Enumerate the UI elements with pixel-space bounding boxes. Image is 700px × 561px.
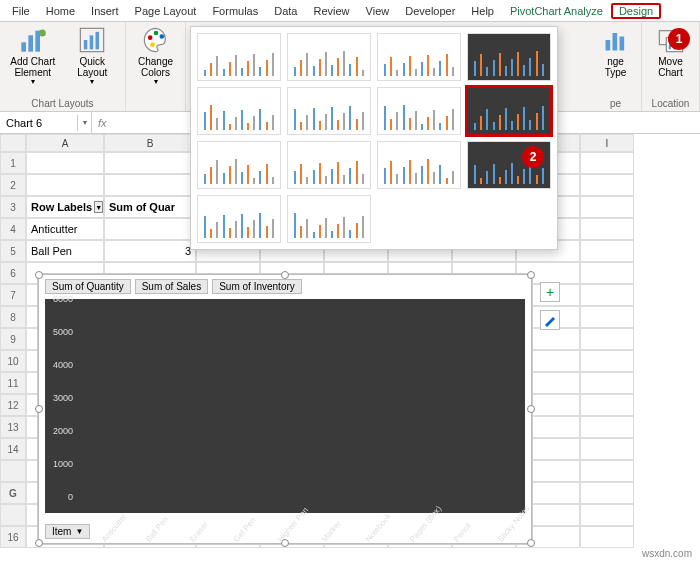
plot-area[interactable]: 0100020003000400050006000 AnticutterBall… xyxy=(45,299,525,513)
cell-row-labels[interactable]: Row Labels ▼ xyxy=(26,196,104,218)
fx-icon[interactable]: fx xyxy=(92,117,113,129)
chart-style-thumb-7[interactable] xyxy=(377,87,461,135)
tab-pivotchart-analyze[interactable]: PivotChart Analyze xyxy=(502,3,611,19)
chart-style-thumb-4[interactable] xyxy=(467,33,551,81)
tab-home[interactable]: Home xyxy=(38,3,83,19)
cell[interactable] xyxy=(580,262,634,284)
chart-elements-button[interactable]: + xyxy=(540,282,560,302)
row-header[interactable]: 2 xyxy=(0,174,26,196)
row-header[interactable]: 12 xyxy=(0,394,26,416)
cell[interactable] xyxy=(580,394,634,416)
chart-style-thumb-1[interactable] xyxy=(197,33,281,81)
chart-style-thumb-8[interactable] xyxy=(467,87,551,135)
filter-dropdown-icon[interactable]: ▼ xyxy=(94,201,103,213)
cell[interactable] xyxy=(580,504,634,526)
col-header-I[interactable]: I xyxy=(580,134,634,152)
cell[interactable] xyxy=(580,152,634,174)
axis-field-button[interactable]: Item ▼ xyxy=(45,524,90,539)
tab-data[interactable]: Data xyxy=(266,3,305,19)
cell[interactable] xyxy=(580,174,634,196)
chart-style-thumb-13[interactable] xyxy=(197,195,281,243)
pivot-chart[interactable]: Sum of Quantity Sum of Sales Sum of Inve… xyxy=(38,274,532,544)
cell[interactable] xyxy=(26,152,104,174)
chart-bars xyxy=(81,303,521,497)
chart-styles-button[interactable] xyxy=(540,310,560,330)
cell[interactable] xyxy=(580,416,634,438)
row-header[interactable]: 8 xyxy=(0,306,26,328)
cell[interactable] xyxy=(580,526,634,548)
cell[interactable] xyxy=(580,306,634,328)
cell[interactable]: 3 xyxy=(104,240,196,262)
x-tick: Notebook xyxy=(364,512,393,544)
row-header[interactable]: 3 xyxy=(0,196,26,218)
chart-style-thumb-5[interactable] xyxy=(197,87,281,135)
y-axis: 0100020003000400050006000 xyxy=(45,299,77,497)
tab-page-layout[interactable]: Page Layout xyxy=(127,3,205,19)
cell[interactable] xyxy=(580,284,634,306)
name-box-dropdown[interactable]: ▾ xyxy=(78,112,92,133)
name-box[interactable]: Chart 6 xyxy=(0,115,78,131)
row-header[interactable]: G xyxy=(0,482,26,504)
chart-style-thumb-14[interactable] xyxy=(287,195,371,243)
field-button-inventory[interactable]: Sum of Inventory xyxy=(212,279,302,294)
row-header[interactable]: 7 xyxy=(0,284,26,306)
cell[interactable] xyxy=(104,218,196,240)
field-button-sales[interactable]: Sum of Sales xyxy=(135,279,208,294)
brush-icon xyxy=(543,313,557,327)
row-header[interactable]: 9 xyxy=(0,328,26,350)
svg-rect-5 xyxy=(84,40,88,49)
row-header[interactable]: 14 xyxy=(0,438,26,460)
callout-2: 2 xyxy=(522,146,544,168)
row-header[interactable] xyxy=(0,504,26,526)
tab-formulas[interactable]: Formulas xyxy=(204,3,266,19)
cell[interactable] xyxy=(580,438,634,460)
chart-style-thumb-3[interactable] xyxy=(377,33,461,81)
row-header[interactable]: 16 xyxy=(0,526,26,548)
y-tick: 4000 xyxy=(53,360,73,370)
row-header[interactable]: 6 xyxy=(0,262,26,284)
cell[interactable] xyxy=(580,328,634,350)
row-header[interactable]: 4 xyxy=(0,218,26,240)
row-header[interactable] xyxy=(0,460,26,482)
field-button-quantity[interactable]: Sum of Quantity xyxy=(45,279,131,294)
cell[interactable]: Ball Pen xyxy=(26,240,104,262)
quick-layout-button[interactable]: Quick Layout ▾ xyxy=(66,24,120,94)
tab-insert[interactable]: Insert xyxy=(83,3,127,19)
cell[interactable] xyxy=(104,174,196,196)
col-header-A[interactable]: A xyxy=(26,134,104,152)
row-header[interactable]: 11 xyxy=(0,372,26,394)
tab-help[interactable]: Help xyxy=(463,3,502,19)
cell[interactable] xyxy=(580,460,634,482)
chart-style-thumb-2[interactable] xyxy=(287,33,371,81)
cell[interactable]: Anticutter xyxy=(26,218,104,240)
cell[interactable] xyxy=(580,482,634,504)
axis-field-label: Item xyxy=(52,526,71,537)
cell[interactable] xyxy=(104,152,196,174)
row-header[interactable]: 10 xyxy=(0,350,26,372)
col-header-B[interactable]: B xyxy=(104,134,196,152)
chart-style-thumb-9[interactable] xyxy=(197,141,281,189)
cell[interactable] xyxy=(26,174,104,196)
cell[interactable] xyxy=(580,350,634,372)
change-colors-button[interactable]: Change Colors ▾ xyxy=(132,24,179,94)
row-header[interactable]: 5 xyxy=(0,240,26,262)
chart-style-thumb-11[interactable] xyxy=(377,141,461,189)
tab-review[interactable]: Review xyxy=(305,3,357,19)
tab-developer[interactable]: Developer xyxy=(397,3,463,19)
chart-style-thumb-6[interactable] xyxy=(287,87,371,135)
cell-sum-quantity[interactable]: Sum of Quar xyxy=(104,196,196,218)
cell[interactable] xyxy=(580,372,634,394)
row-header[interactable]: 13 xyxy=(0,416,26,438)
svg-rect-12 xyxy=(605,40,610,51)
add-chart-element-button[interactable]: Add Chart Element ▾ xyxy=(6,24,60,94)
tab-view[interactable]: View xyxy=(358,3,398,19)
chart-style-thumb-10[interactable] xyxy=(287,141,371,189)
tab-design[interactable]: Design xyxy=(611,3,661,19)
x-tick: Sticky Notes xyxy=(496,512,525,544)
row-header[interactable]: 1 xyxy=(0,152,26,174)
change-chart-type-button[interactable]: nge Type xyxy=(596,24,635,94)
cell[interactable] xyxy=(580,196,634,218)
tab-file[interactable]: File xyxy=(4,3,38,19)
cell[interactable] xyxy=(580,218,634,240)
cell[interactable] xyxy=(580,240,634,262)
